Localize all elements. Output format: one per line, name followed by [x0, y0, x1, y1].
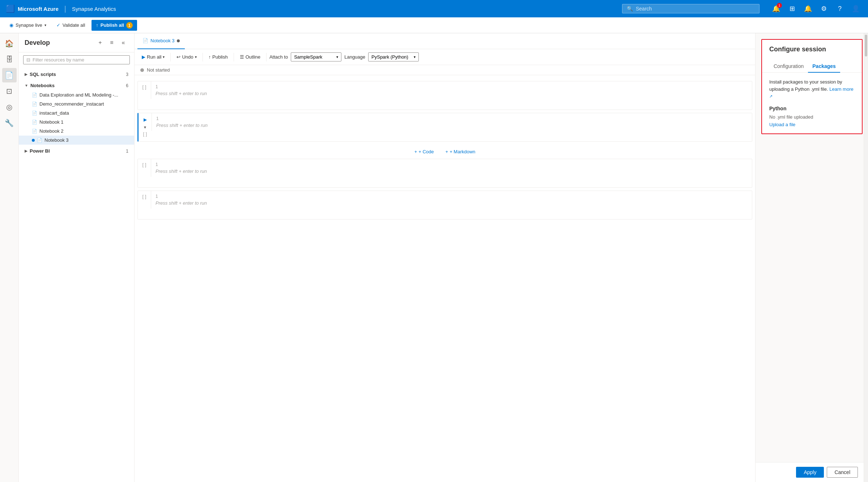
sql-scripts-label: SQL scripts [30, 72, 56, 77]
notifications-button[interactable]: 🔔 1 [770, 2, 783, 15]
global-search[interactable]: 🔍 [622, 4, 760, 13]
notebook-icon: 📄 [32, 129, 37, 134]
synapse-live-item[interactable]: ◉ Synapse live ▾ [6, 20, 50, 30]
scrollbar-thumb[interactable] [865, 35, 867, 56]
apply-button[interactable]: Apply [796, 467, 824, 478]
cell-1-content[interactable]: 1 Press shift + enter to run [151, 81, 752, 99]
attach-to-dropdown[interactable]: SampleSpark ▾ [291, 52, 341, 61]
run-cell-button[interactable]: ▶ [141, 116, 149, 123]
chevron-down-icon[interactable]: ▾ [144, 125, 146, 130]
notebooks-label: Notebooks [30, 83, 55, 88]
notebook-icon: 📄 [32, 111, 37, 116]
notebook-icon: 📄 [32, 120, 37, 125]
notebook-item-label: Data Exploration and ML Modeling -... [39, 92, 118, 98]
toolbar-divider2 [203, 53, 203, 61]
tab-configuration[interactable]: Configuration [769, 60, 808, 73]
cell-1-actions: [ ] [138, 81, 151, 93]
notebook-item-notebook1[interactable]: 📄 Notebook 1 [19, 118, 134, 127]
publish-label: Publish [212, 54, 228, 60]
alerts-button[interactable]: 🔔 [801, 2, 814, 15]
brand-divider: | [64, 5, 66, 13]
notebook-item-instacart-data[interactable]: 📄 instacart_data [19, 108, 134, 118]
notebook-item-data-exploration[interactable]: 📄 Data Exploration and ML Modeling -... [19, 90, 134, 99]
add-resource-button[interactable]: + [95, 38, 105, 48]
scrollbar[interactable] [864, 33, 868, 482]
right-panel-footer: Apply Cancel [756, 462, 864, 482]
cell-3-actions: [ ] [138, 159, 151, 170]
help-button[interactable]: ? [833, 2, 846, 15]
monitor-button[interactable]: ◎ [2, 100, 17, 114]
close-panel-button[interactable]: « [118, 38, 128, 48]
notebooks-count: 6 [126, 83, 128, 88]
undo-button[interactable]: ↩ Undo ▾ [174, 52, 199, 61]
cancel-button[interactable]: Cancel [827, 467, 858, 478]
cell-bracket: [ ] [142, 162, 146, 167]
powerbi-header[interactable]: ▶ Power BI 1 [19, 146, 134, 156]
cell-3-content[interactable]: 1 Press shift + enter to run [151, 159, 752, 177]
data-button[interactable]: 🗄 [2, 52, 17, 67]
notebook-item-label: instacart_data [39, 110, 69, 116]
upload-file-link[interactable]: Upload a file [769, 122, 795, 127]
integrate-button[interactable]: ⊡ [2, 84, 17, 98]
icon-sidebar: 🏠 🗄 📄 ⊡ ◎ 🔧 [0, 33, 19, 482]
unsaved-dot [177, 39, 180, 42]
cell-2: ▶ ▾ [ ] 1 Press shift + enter to run [137, 113, 752, 142]
sql-scripts-header[interactable]: ▶ SQL scripts 3 [19, 69, 134, 79]
chevron-right-icon: ▶ [25, 72, 27, 76]
powerbi-label: Power BI [30, 148, 50, 154]
cell-1: [ ] 1 Press shift + enter to run [137, 81, 752, 110]
attach-to-label: Attach to [269, 54, 288, 60]
notebook3-tab[interactable]: 📄 Notebook 3 [137, 33, 185, 49]
develop-button[interactable]: 📄 [2, 68, 17, 82]
sql-scripts-count: 3 [126, 72, 128, 77]
notebooks-header[interactable]: ▼ Notebooks 6 [19, 81, 134, 90]
profile-button[interactable]: 👤 [849, 2, 862, 15]
publish-badge: 1 [126, 22, 133, 29]
add-markdown-button[interactable]: + + Markdown [443, 148, 478, 156]
no-file-text: No .yml file uploaded [769, 114, 855, 120]
config-tabs: Configuration Packages [762, 60, 862, 73]
add-markdown-label: + Markdown [450, 149, 475, 154]
language-label: Language [344, 54, 365, 60]
topbar: 🟦 Microsoft Azure | Synapse Analytics 🔍 … [0, 0, 868, 17]
search-input[interactable] [636, 6, 755, 12]
publish-button[interactable]: ↑ Publish [206, 52, 231, 61]
cell-4-content[interactable]: 1 Press shift + enter to run [151, 191, 752, 209]
add-code-button[interactable]: + + Code [412, 148, 437, 156]
right-panel-content: Configure session Configuration Packages… [756, 33, 864, 462]
attach-value: SampleSpark [294, 54, 322, 60]
validate-all-item[interactable]: ✓ Validate all [53, 20, 89, 30]
config-body: Install packages to your session by uplo… [762, 73, 862, 133]
undo-icon: ↩ [176, 54, 180, 60]
home-button[interactable]: 🏠 [2, 36, 17, 51]
resource-search-box[interactable]: ⊟ [23, 55, 130, 64]
notebook-item-notebook3[interactable]: 📄 Notebook 3 [19, 136, 134, 145]
publish-all-button[interactable]: ↑ Publish all 1 [92, 20, 137, 31]
notebook-area: 📄 Notebook 3 ▶ Run all ▾ ↩ Undo ▾ ↑ Publ… [135, 33, 755, 482]
manage-button[interactable]: 🔧 [2, 116, 17, 130]
collapse-button[interactable]: ≡ [107, 38, 117, 48]
notebook-item-notebook2[interactable]: 📄 Notebook 2 [19, 127, 134, 136]
apps-button[interactable]: ⊞ [786, 2, 799, 15]
notebook-icon: 📄 [37, 138, 42, 143]
resource-filter-input[interactable] [33, 57, 127, 63]
external-link-icon: ↗ [769, 94, 773, 98]
outline-button[interactable]: ☰ Outline [237, 52, 263, 61]
status-indicator [140, 68, 144, 72]
cell-line-number: 1 [156, 116, 748, 121]
undo-chevron: ▾ [195, 55, 197, 59]
settings-button[interactable]: ⚙ [817, 2, 830, 15]
tab-packages-label: Packages [812, 63, 836, 69]
notebook-item-demo-recommender[interactable]: 📄 Demo_recommender_instacart [19, 99, 134, 108]
language-chevron: ▾ [414, 55, 416, 59]
cell-line-number: 1 [156, 162, 748, 167]
validate-all-label: Validate all [63, 22, 85, 28]
language-dropdown[interactable]: PySpark (Python) ▾ [368, 52, 419, 61]
undo-label: Undo [182, 54, 193, 60]
cell-2-content[interactable]: 1 Press shift + enter to run [152, 113, 752, 131]
publish-icon: ↑ [96, 22, 98, 28]
run-all-button[interactable]: ▶ Run all ▾ [139, 52, 167, 61]
synapse-icon: ◉ [9, 22, 13, 28]
tab-packages[interactable]: Packages [808, 60, 840, 73]
outline-icon: ☰ [240, 54, 244, 60]
